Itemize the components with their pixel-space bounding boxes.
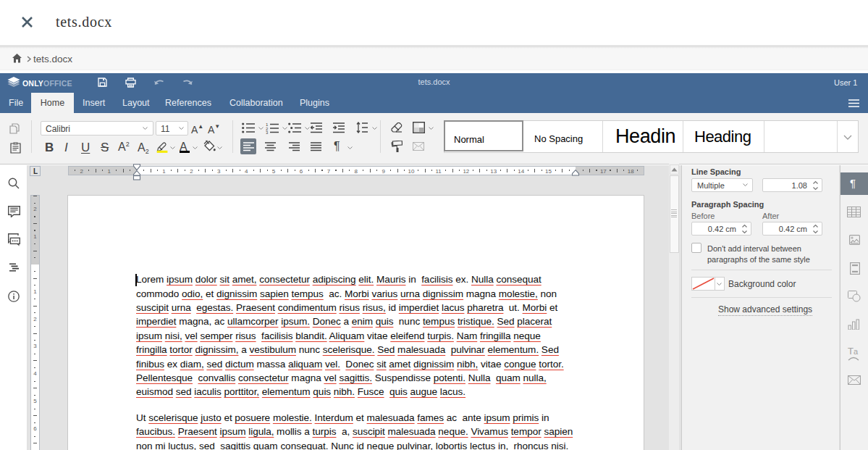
svg-text:3: 3	[266, 130, 269, 134]
